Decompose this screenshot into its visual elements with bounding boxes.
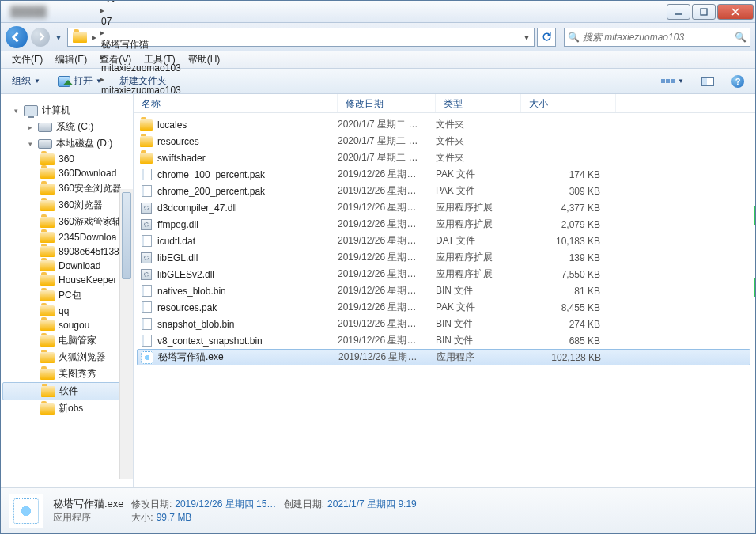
tree-folder[interactable]: Download	[1, 259, 133, 273]
tree-drive[interactable]: ▸系统 (C:)	[1, 119, 133, 135]
dll-icon	[141, 252, 152, 263]
tree-folder[interactable]: qq	[1, 304, 133, 318]
file-row[interactable]: resources.pak2019/12/26 星期…PAK 文件8,455 K…	[134, 299, 755, 316]
menu-edit[interactable]: 编辑(E)	[49, 51, 93, 68]
tree-folder[interactable]: 软件	[2, 382, 131, 400]
drive-icon	[38, 123, 52, 132]
file-icon	[142, 235, 152, 247]
refresh-button[interactable]	[537, 28, 556, 47]
nav-back-button[interactable]	[6, 26, 28, 48]
col-date[interactable]: 修改日期	[338, 94, 436, 112]
navigation-row: ▾ ▸ 软件▸1月▸07▸秘塔写作猫▸mitaxiezuomao103▸mita…	[1, 23, 755, 51]
drive-icon	[38, 139, 52, 149]
tree-folder[interactable]: 360Download	[1, 166, 133, 180]
tree-computer[interactable]: ▾计算机	[1, 102, 133, 119]
folder-icon	[40, 403, 55, 415]
folder-icon	[40, 260, 55, 271]
chevron-right-icon[interactable]: ▸	[98, 5, 106, 16]
file-icon	[142, 318, 152, 330]
tree-folder[interactable]: 新obs	[1, 400, 133, 417]
tree-folder[interactable]: 8908e645f138	[1, 244, 133, 259]
search-input[interactable]	[583, 32, 735, 43]
organize-button[interactable]: 组织 ▼	[7, 72, 45, 90]
col-name[interactable]: 名称	[134, 94, 338, 112]
tree-folder[interactable]: 360	[1, 152, 133, 166]
svg-rect-1	[701, 9, 707, 15]
folder-icon	[40, 305, 55, 316]
breadcrumb-root-icon[interactable]	[70, 32, 90, 43]
file-row[interactable]: d3dcompiler_47.dll2019/12/26 星期…应用程序扩展4,…	[134, 199, 755, 216]
folder-icon	[40, 290, 55, 301]
address-dropdown[interactable]: ▾	[184, 32, 532, 43]
col-size[interactable]: 大小	[521, 94, 616, 112]
preview-pane-button[interactable]	[697, 74, 719, 89]
help-icon: ?	[731, 75, 744, 88]
tree-folder[interactable]: sougou	[1, 318, 133, 332]
nav-tree: ▾计算机 ▸系统 (C:)▾本地磁盘 (D:) 360360Download36…	[1, 94, 134, 487]
tree-drive[interactable]: ▾本地磁盘 (D:)	[1, 135, 133, 152]
minimize-button[interactable]	[667, 4, 690, 20]
open-button[interactable]: 打开 ▼	[53, 72, 107, 90]
folder-icon	[40, 320, 55, 331]
col-type[interactable]: 类型	[436, 94, 521, 112]
chevron-right-icon[interactable]: ▸	[90, 32, 98, 43]
tree-folder[interactable]: 360游戏管家辅	[1, 214, 133, 230]
menu-help[interactable]: 帮助(H)	[182, 51, 227, 68]
file-row[interactable]: libGLESv2.dll2019/12/26 星期…应用程序扩展7,550 K…	[134, 266, 755, 282]
view-options-button[interactable]: ▼	[656, 75, 689, 87]
details-thumbnail	[9, 494, 43, 528]
file-row[interactable]: 秘塔写作猫.exe2019/12/26 星期…应用程序102,128 KB	[137, 349, 750, 365]
file-row[interactable]: libEGL.dll2019/12/26 星期…应用程序扩展139 KB	[134, 249, 755, 266]
nav-forward-button[interactable]	[31, 28, 50, 47]
chevron-right-icon[interactable]: ▸	[98, 27, 106, 38]
file-row[interactable]: chrome_100_percent.pak2019/12/26 星期…PAK …	[134, 166, 755, 183]
file-row[interactable]: icudtl.dat2019/12/26 星期…DAT 文件10,183 KB	[134, 233, 755, 249]
tree-folder[interactable]: 火狐浏览器	[1, 349, 133, 365]
breadcrumb-seg[interactable]: 07	[98, 16, 184, 27]
file-row[interactable]: locales2020/1/7 星期二 …文件夹	[134, 116, 755, 133]
tree-folder[interactable]: 360浏览器	[1, 197, 133, 214]
nav-history-dropdown[interactable]: ▾	[53, 32, 64, 43]
search-icon: 🔍	[568, 32, 580, 43]
address-bar[interactable]: ▸ 软件▸1月▸07▸秘塔写作猫▸mitaxiezuomao103▸mitaxi…	[67, 28, 535, 47]
menu-view[interactable]: 查看(V)	[93, 51, 138, 68]
tree-folder[interactable]: PC包	[1, 287, 133, 304]
folder-icon	[40, 335, 55, 347]
folder-icon	[40, 217, 55, 228]
tree-folder[interactable]: 2345Downloa	[1, 230, 133, 244]
folder-icon	[40, 184, 55, 195]
sidebar-scrollbar[interactable]	[119, 189, 133, 479]
new-folder-button[interactable]: 新建文件夹	[115, 72, 172, 90]
menu-bar: 文件(F) 编辑(E) 查看(V) 工具(T) 帮助(H)	[1, 51, 755, 69]
breadcrumb-seg[interactable]: 1月	[98, 0, 184, 5]
file-row[interactable]: v8_context_snapshot.bin2019/12/26 星期…BIN…	[134, 332, 755, 349]
menu-tools[interactable]: 工具(T)	[138, 51, 181, 68]
details-pane: 秘塔写作猫.exe 修改日期:2019/12/26 星期四 15… 创建日期:2…	[1, 487, 755, 533]
tree-folder[interactable]: 360安全浏览器	[1, 180, 133, 197]
search-box[interactable]: 🔍 🔍	[564, 28, 750, 47]
file-row[interactable]: natives_blob.bin2019/12/26 星期…BIN 文件81 K…	[134, 282, 755, 299]
file-icon	[142, 335, 152, 347]
tree-folder[interactable]: 电脑管家	[1, 332, 133, 349]
folder-icon	[140, 153, 153, 164]
breadcrumb-seg[interactable]: 秘塔写作猫	[98, 38, 184, 51]
file-icon	[142, 169, 152, 180]
file-icon	[142, 301, 152, 313]
file-row[interactable]: ffmpeg.dll2019/12/26 星期…应用程序扩展2,079 KB	[134, 216, 755, 233]
search-go-icon[interactable]: 🔍	[735, 32, 747, 43]
file-row[interactable]: snapshot_blob.bin2019/12/26 星期…BIN 文件274…	[134, 316, 755, 332]
details-filetype: 应用程序	[53, 512, 91, 523]
folder-icon	[40, 232, 55, 243]
file-row[interactable]: chrome_200_percent.pak2019/12/26 星期…PAK …	[134, 183, 755, 199]
tree-folder[interactable]: 美图秀秀	[1, 365, 133, 382]
menu-file[interactable]: 文件(F)	[6, 51, 49, 68]
close-button[interactable]	[717, 4, 754, 20]
file-row[interactable]: resources2020/1/7 星期二 …文件夹	[134, 133, 755, 150]
file-list[interactable]: locales2020/1/7 星期二 …文件夹resources2020/1/…	[134, 113, 755, 487]
file-row[interactable]: swiftshader2020/1/7 星期二 …文件夹	[134, 150, 755, 166]
column-headers: 名称 修改日期 类型 大小	[134, 94, 755, 113]
tree-folder[interactable]: HouseKeeper	[1, 273, 133, 287]
help-button[interactable]: ?	[727, 73, 749, 90]
maximize-button[interactable]	[692, 4, 716, 20]
exe-icon	[141, 351, 153, 364]
